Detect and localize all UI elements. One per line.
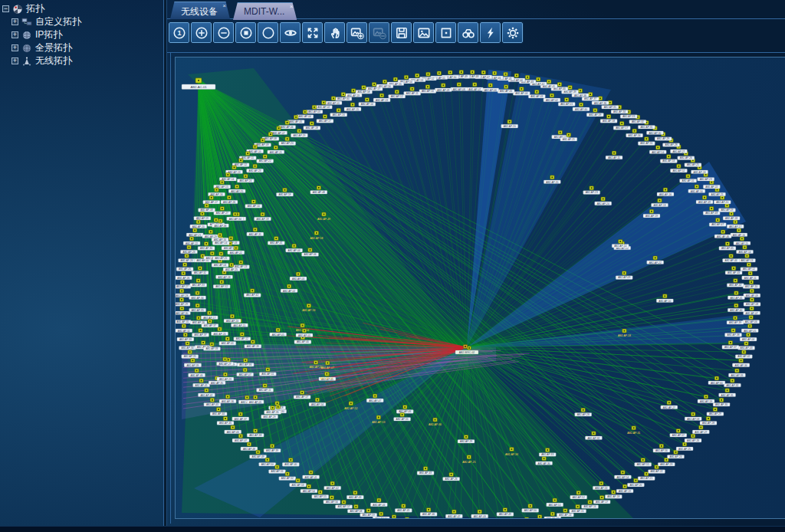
overview-button[interactable] <box>280 22 301 43</box>
tree-expander-icon[interactable]: + <box>11 31 18 38</box>
svg-text:AB2-AP-27: AB2-AP-27 <box>176 285 189 288</box>
pan-button[interactable] <box>324 22 345 43</box>
topology-node[interactable]: AB2-AP-11 <box>518 517 535 519</box>
svg-text:AB2-AP-03: AB2-AP-03 <box>292 277 304 281</box>
sidebar-item-topology-root[interactable]: −拓扑 <box>2 2 163 15</box>
topology-node[interactable]: AB2-AP-34 <box>733 359 750 367</box>
svg-text:AB2-AP-04: AB2-AP-04 <box>515 92 527 95</box>
topology-node[interactable]: AB2-AP-27 <box>176 281 191 289</box>
svg-text:AB2-AP-13: AB2-AP-13 <box>376 99 388 102</box>
topology-node[interactable]: AB2-AP-29 <box>707 408 724 416</box>
svg-text:AB2-AP-36: AB2-AP-36 <box>222 400 234 403</box>
topology-node[interactable]: AB2-AP-55 <box>638 137 655 146</box>
zoom-in-button[interactable] <box>191 22 212 43</box>
svg-text:AB2-AP-11: AB2-AP-11 <box>608 156 620 159</box>
topology-node[interactable]: AB2-AP-26 <box>685 434 701 442</box>
svg-text:AB2-AP-09: AB2-AP-09 <box>746 294 758 297</box>
svg-text:AB2-AP-35: AB2-AP-35 <box>192 309 204 312</box>
svg-text:AB2-AP-16: AB2-AP-16 <box>333 113 345 117</box>
svg-text:AB2-AP-60: AB2-AP-60 <box>575 108 587 111</box>
topology-node[interactable]: AB2-AP-11 <box>742 271 759 280</box>
topology-canvas[interactable]: AB2-AP-01AB2-AP-02AB2-AP-03AB2-AP-04AB2-… <box>175 57 785 519</box>
svg-text:AB2-AP-37: AB2-AP-37 <box>235 418 247 421</box>
topology-node[interactable]: AB2-AP-14 <box>359 98 376 107</box>
zoom-actual-button[interactable]: 1 <box>169 22 189 43</box>
wireless-topology-icon <box>21 56 32 67</box>
tree-expander-icon[interactable]: − <box>2 5 9 12</box>
topology-node[interactable]: AB2-AP-10 <box>743 281 760 289</box>
sidebar-item-2[interactable]: +全景拓扑 <box>2 41 163 54</box>
topology-node[interactable]: AB2-AP-59 <box>698 395 714 403</box>
topology-node[interactable]: AB2-AP-09 <box>744 289 760 297</box>
topology-node[interactable]: AB2-AP-26 <box>176 271 192 280</box>
select-frame-button[interactable] <box>435 22 456 43</box>
svg-text:AB2-AP-39: AB2-AP-39 <box>564 90 576 94</box>
topology-node[interactable]: AB2-AP-58 <box>685 412 701 421</box>
zoom-region-button[interactable] <box>258 22 278 43</box>
topology-node[interactable]: AB2-AP-27 <box>692 425 709 434</box>
tab-0[interactable]: 无线设备× <box>170 2 230 19</box>
topology-node[interactable]: AB2-AP-12 <box>741 263 757 271</box>
topology-node[interactable]: AB2-AP-08 <box>744 298 760 307</box>
topology-node[interactable]: AB2-AP-31 <box>176 315 191 323</box>
topology-node[interactable]: AB2-AP-13 <box>373 94 390 102</box>
ip-topology-icon <box>21 30 32 41</box>
topology-node[interactable]: AB2-AP-12 <box>389 90 406 98</box>
svg-text:AB2-AP-21: AB2-AP-21 <box>711 193 724 196</box>
tree-expander-icon[interactable]: + <box>11 57 18 64</box>
sidebar-item-3[interactable]: +无线拓扑 <box>2 54 163 67</box>
svg-text:AB2-AP-40: AB2-AP-40 <box>297 340 309 343</box>
zoom-out-button[interactable] <box>213 22 234 43</box>
svg-text:AB2-AP-19: AB2-AP-19 <box>196 217 209 220</box>
svg-text:AB2-AP-27: AB2-AP-27 <box>663 406 675 409</box>
topology-node[interactable]: AB2-AP-02 <box>399 517 415 519</box>
svg-text:AB2-AP-19: AB2-AP-19 <box>721 209 733 212</box>
tab-1[interactable]: MDIT-W...× <box>233 2 297 20</box>
topology-node[interactable]: AB2-AP-25 <box>176 263 193 271</box>
set-background-button[interactable] <box>347 22 367 43</box>
topology-node[interactable]: AB2-AP-28 <box>700 417 717 425</box>
zoom-fit-button[interactable] <box>235 22 256 43</box>
topology-node[interactable]: AB2-AP-25 <box>676 442 693 451</box>
svg-text:AB2-AP-09: AB2-AP-09 <box>437 89 449 92</box>
export-image-button[interactable] <box>413 22 434 43</box>
svg-text:AB2-AP-41: AB2-AP-41 <box>270 241 282 245</box>
find-button[interactable] <box>458 22 478 43</box>
topology-node[interactable]: AB2-AP-53 <box>660 155 677 163</box>
tree-expander-icon[interactable]: + <box>11 44 18 51</box>
tree-expander-icon[interactable]: + <box>11 18 18 25</box>
topology-node[interactable]: AB2-AP-02 <box>735 350 752 359</box>
topology-node[interactable]: AB2-AP-57 <box>670 429 687 437</box>
settings-button[interactable] <box>502 22 523 43</box>
tab-close-icon[interactable]: × <box>222 3 226 9</box>
topology-node[interactable]: AB2-AP-10 <box>419 85 436 94</box>
svg-text:AB2-AP-10: AB2-AP-10 <box>249 150 261 153</box>
topology-node[interactable]: AB2-AP-11 <box>404 87 421 96</box>
topology-node[interactable]: AB2-AP-16 <box>731 228 747 237</box>
topology-node[interactable]: AB2-AP-29 <box>176 298 190 307</box>
panorama-topology-icon <box>21 43 32 54</box>
svg-text:AB2-AP-34: AB2-AP-34 <box>229 218 241 221</box>
svg-text:AB2-AP-11: AB2-AP-11 <box>259 389 271 392</box>
topology-node[interactable]: AB2-AP-11 <box>606 151 622 159</box>
topology-node[interactable]: AB2-AP-28 <box>176 289 190 297</box>
sidebar-item-0[interactable]: +自定义拓扑 <box>2 15 163 28</box>
topology-node[interactable]: AB2-AP-23 <box>658 458 675 466</box>
tab-close-icon[interactable]: × <box>290 4 294 10</box>
svg-text:AB2-AP-10: AB2-AP-10 <box>248 205 260 208</box>
fullscreen-button[interactable] <box>302 22 323 43</box>
save-button[interactable] <box>391 22 412 43</box>
svg-text:AB2-AP-49: AB2-AP-49 <box>499 513 511 516</box>
topology-node[interactable]: AB2-AP-40 <box>728 304 744 312</box>
sidebar-item-1[interactable]: +IP拓扑 <box>2 28 163 41</box>
svg-text:AB2-AP-59: AB2-AP-59 <box>363 514 375 517</box>
refresh-button[interactable] <box>480 22 501 43</box>
svg-text:AB2-AP-26: AB2-AP-26 <box>445 478 458 481</box>
topology-node[interactable]: AB2-AP-30 <box>176 307 190 315</box>
topology-node[interactable]: AB2-AP-07 <box>744 307 760 315</box>
svg-text:AB2-AP-41: AB2-AP-41 <box>195 384 208 387</box>
svg-text:AB2-AP-58: AB2-AP-58 <box>603 120 615 123</box>
svg-text:AB2-AP-15: AB2-AP-15 <box>347 108 359 111</box>
topology-node[interactable]: AB2-AP-30 <box>713 398 730 406</box>
topology-node[interactable]: AB2-AP-42 <box>727 279 744 287</box>
